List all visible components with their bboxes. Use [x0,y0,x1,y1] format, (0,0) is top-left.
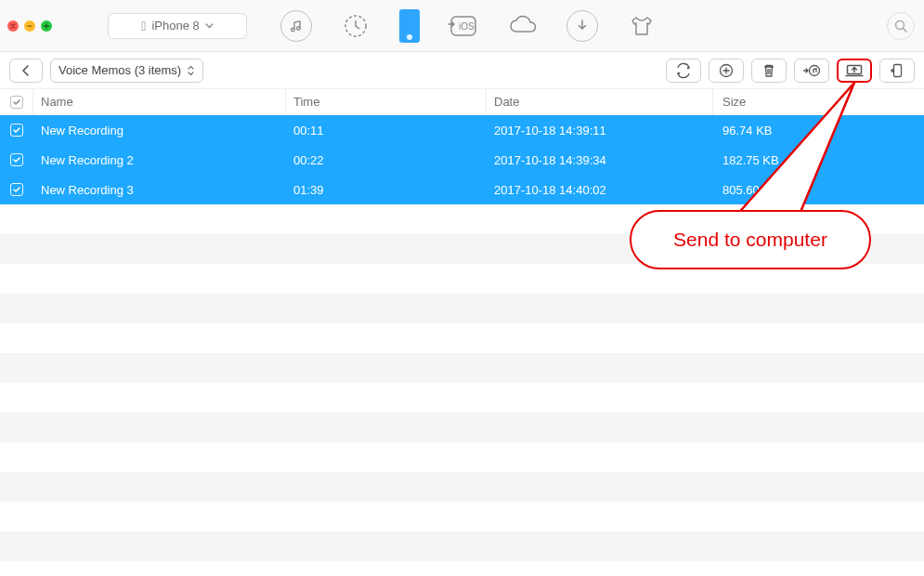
svg-point-7 [810,65,820,75]
tshirt-icon[interactable] [626,10,657,42]
svg-point-0 [292,28,294,31]
table-row[interactable]: New Recording 301:392017-10-18 14:40:028… [0,175,924,204]
to-itunes-button[interactable] [794,59,829,83]
minimize-window-button[interactable] [24,20,35,32]
sort-chevrons-icon [187,64,195,77]
back-button[interactable] [9,59,43,83]
select-all-checkbox[interactable] [0,89,33,114]
column-header-date[interactable]: Date [487,89,713,114]
row-name: New Recording [33,115,286,145]
delete-button[interactable] [751,59,787,83]
column-header-time[interactable]: Time [286,89,487,114]
breadcrumb-label: Voice Memos (3 items) [59,63,181,77]
row-time: 00:11 [286,115,487,145]
apple-icon:  [141,19,146,33]
row-date: 2017-10-18 14:40:02 [487,175,713,204]
row-date: 2017-10-18 14:39:11 [487,115,713,145]
to-device-button[interactable] [879,59,915,83]
row-date: 2017-10-18 14:39:34 [487,145,713,175]
row-checkbox[interactable] [0,145,33,175]
row-name: New Recording 3 [33,175,286,204]
add-button[interactable] [709,59,744,83]
sub-toolbar: Voice Memos (3 items) [0,52,924,89]
table-row[interactable]: New Recording 200:222017-10-18 14:39:341… [0,145,924,175]
device-name: iPhone 8 [151,19,199,33]
annotation-label: Send to computer [673,229,827,251]
row-size: 182.75 KB [713,145,924,175]
column-header-name[interactable]: Name [33,89,286,114]
search-button[interactable] [887,12,915,40]
svg-rect-9 [894,64,902,76]
send-to-computer-button[interactable] [837,59,872,83]
row-size: 96.74 KB [713,115,924,145]
maximize-window-button[interactable] [41,20,52,32]
top-toolbar:  iPhone 8 iOS [0,0,924,52]
refresh-button[interactable] [666,59,701,83]
row-time: 00:22 [286,145,487,175]
annotation-callout: Send to computer [630,210,871,269]
close-window-button[interactable] [7,20,19,32]
row-time: 01:39 [286,175,487,204]
table-body: New Recording00:112017-10-18 14:39:1196.… [0,115,924,204]
row-checkbox[interactable] [0,175,33,204]
table-row[interactable]: New Recording00:112017-10-18 14:39:1196.… [0,115,924,145]
table-header: Name Time Date Size [0,89,924,115]
device-tab-icon[interactable] [399,9,420,43]
row-name: New Recording 2 [33,145,286,175]
device-selector[interactable]:  iPhone 8 [108,13,247,39]
history-icon[interactable] [340,10,371,42]
download-icon[interactable] [566,10,598,42]
svg-text:iOS: iOS [459,21,475,32]
to-ios-icon[interactable]: iOS [448,10,479,42]
breadcrumb[interactable]: Voice Memos (3 items) [50,59,203,83]
row-size: 805.60 KB [713,175,924,204]
action-buttons [666,59,915,83]
window-controls [7,20,52,32]
chevron-down-icon [205,23,214,29]
nav-icons: iOS [280,9,657,43]
row-checkbox[interactable] [0,115,33,145]
cloud-icon[interactable] [507,10,539,42]
svg-point-1 [297,26,300,29]
column-header-size[interactable]: Size [713,89,924,114]
music-icon[interactable] [280,10,312,42]
